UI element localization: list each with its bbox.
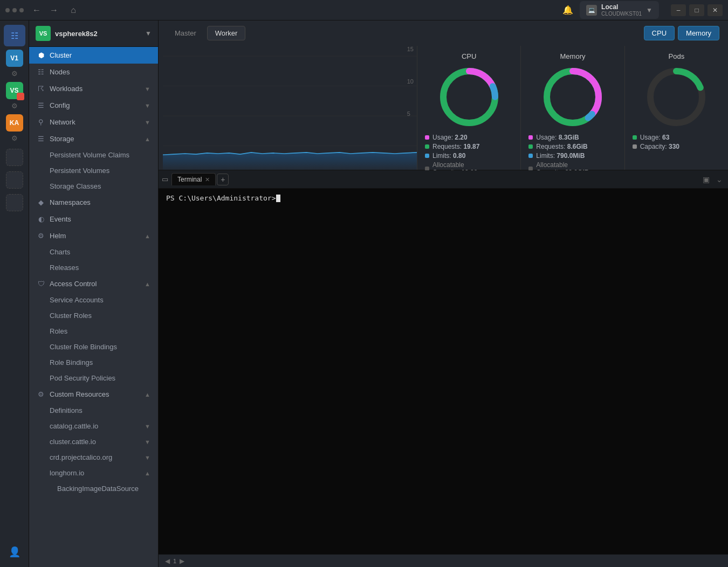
terminal-tab-icon: ▭ bbox=[162, 175, 168, 183]
helm-expand-icon: ▲ bbox=[145, 233, 150, 239]
cpu-usage-dot bbox=[425, 135, 429, 140]
window-controls: – □ ✕ bbox=[671, 4, 723, 16]
sidebar-item-workloads[interactable]: ☈ Workloads ▼ bbox=[29, 80, 158, 97]
terminal-add-button[interactable]: + bbox=[217, 174, 229, 185]
cpu-usage-stat: Usage: 2.20 bbox=[425, 134, 513, 141]
home-button[interactable]: ⌂ bbox=[67, 4, 80, 17]
sidebar-item-config[interactable]: ☰ Config ▼ bbox=[29, 97, 158, 114]
context-sub: CLOUDWKST01 bbox=[601, 11, 642, 17]
sidebar-item-namespaces[interactable]: ◆ Namespaces bbox=[29, 194, 158, 211]
custom-expand-icon: ▲ bbox=[145, 391, 150, 398]
sidebar-subitem-pvc[interactable]: Persistent Volume Claims bbox=[29, 147, 158, 163]
maximize-button[interactable]: □ bbox=[689, 4, 704, 16]
rail-item-v1[interactable]: V1 bbox=[4, 47, 25, 69]
sidebar-item-nodes[interactable]: ☷ Nodes bbox=[29, 64, 158, 80]
tab-memory[interactable]: Memory bbox=[678, 26, 719, 40]
titlebar: ← → ⌂ 🔔 💻 Local CLOUDWKST01 ▼ – □ ✕ bbox=[0, 0, 728, 20]
terminal-section: ▭ Terminal ✕ + ▣ ⌄ PS C:\Users\Administr… bbox=[159, 170, 728, 554]
namespaces-icon: ◆ bbox=[37, 198, 45, 206]
terminal-expand-icon[interactable]: ▣ bbox=[700, 174, 712, 185]
status-bar: ◀ 1 ▶ bbox=[159, 554, 728, 567]
sidebar: VS vspherek8s2 ▼ ⬢ Cluster ☷ Nodes ☈ Wor… bbox=[29, 20, 159, 567]
sidebar-subitem-pod-security[interactable]: Pod Security Policies bbox=[29, 370, 158, 386]
pods-gauge-card: Pods Usage: 63 bbox=[625, 46, 728, 170]
sidebar-subitem-definitions[interactable]: Definitions bbox=[29, 403, 158, 418]
cpu-limits-stat: Limits: 0.80 bbox=[425, 152, 513, 160]
forward-button[interactable]: → bbox=[47, 4, 60, 17]
page-prev-icon[interactable]: ◀ bbox=[165, 557, 170, 565]
cluster-cattle-label: cluster.cattle.io bbox=[50, 438, 96, 446]
context-switcher[interactable]: 💻 Local CLOUDWKST01 ▼ bbox=[580, 1, 659, 19]
sidebar-subitem-service-accounts[interactable]: Service Accounts bbox=[29, 292, 158, 308]
terminal-collapse-icon[interactable]: ⌄ bbox=[714, 174, 725, 185]
sidebar-item-network[interactable]: ⚲ Network ▼ bbox=[29, 114, 158, 130]
terminal-close-icon[interactable]: ✕ bbox=[205, 176, 210, 183]
rail-item-empty2[interactable] bbox=[4, 169, 25, 191]
page-next-icon[interactable]: ▶ bbox=[180, 557, 184, 565]
user-icon: 👤 bbox=[9, 546, 20, 558]
terminal-tabbar: ▭ Terminal ✕ + ▣ ⌄ bbox=[159, 170, 728, 189]
pods-capacity-dot bbox=[633, 144, 637, 149]
cluster-name: vspherek8s2 bbox=[55, 30, 98, 38]
tab-cpu[interactable]: CPU bbox=[644, 26, 675, 40]
tab-worker[interactable]: Worker bbox=[207, 26, 246, 40]
sidebar-subitem-crd-calico[interactable]: crd.projectcalico.org ▼ bbox=[29, 450, 158, 465]
cpu-limits-label: Limits: 0.80 bbox=[432, 152, 465, 160]
sidebar-item-helm[interactable]: ⚙ Helm ▲ bbox=[29, 227, 158, 244]
main-layout: ☷ V1 ⚙ VS ⚙ KA ⚙ bbox=[0, 20, 728, 567]
pv-label: Persistent Volumes bbox=[50, 167, 109, 175]
longhorn-label: longhorn.io bbox=[50, 469, 84, 477]
context-chevron-icon: ▼ bbox=[646, 6, 653, 14]
sidebar-subitem-releases[interactable]: Releases bbox=[29, 260, 158, 275]
notifications-icon[interactable]: 🔔 bbox=[562, 5, 573, 15]
sidebar-item-label-helm: Helm bbox=[50, 232, 66, 240]
memory-gauge-svg-wrap bbox=[540, 65, 605, 129]
sidebar-item-custom-resources[interactable]: ⚙ Custom Resources ▲ bbox=[29, 386, 158, 403]
rail-item-empty1[interactable] bbox=[4, 147, 25, 168]
rail-item-user[interactable]: 👤 bbox=[4, 541, 25, 563]
rail-item-empty3[interactable] bbox=[4, 192, 25, 213]
rail-item-home[interactable]: ☷ bbox=[4, 25, 25, 46]
sidebar-item-events[interactable]: ◐ Events bbox=[29, 211, 158, 227]
minimize-button[interactable]: – bbox=[671, 4, 686, 16]
sidebar-subitem-storage-classes[interactable]: Storage Classes bbox=[29, 178, 158, 194]
pods-usage-stat: Usage: 63 bbox=[633, 134, 720, 141]
cluster-expand-icon: ▼ bbox=[145, 30, 152, 37]
back-button[interactable]: ← bbox=[30, 4, 43, 17]
sidebar-subitem-pv[interactable]: Persistent Volumes bbox=[29, 163, 158, 178]
cpu-usage-value: 2.20 bbox=[455, 134, 467, 141]
sidebar-subitem-role-bindings[interactable]: Role Bindings bbox=[29, 355, 158, 370]
nodes-icon: ☷ bbox=[37, 68, 45, 76]
network-icon: ⚲ bbox=[37, 118, 45, 126]
sidebar-subitem-charts[interactable]: Charts bbox=[29, 244, 158, 260]
context-icon: 💻 bbox=[586, 5, 597, 16]
sidebar-item-access-control[interactable]: 🛡 Access Control ▲ bbox=[29, 275, 158, 292]
storage-expand-icon: ▲ bbox=[145, 136, 150, 142]
sidebar-item-cluster[interactable]: ⬢ Cluster bbox=[29, 47, 158, 64]
close-button[interactable]: ✕ bbox=[708, 4, 723, 16]
cluster-role-bindings-label: Cluster Role Bindings bbox=[50, 343, 117, 351]
helm-icon: ⚙ bbox=[37, 232, 45, 240]
terminal-tab[interactable]: Terminal ✕ bbox=[171, 173, 216, 185]
rail-item-ka[interactable]: KA bbox=[4, 112, 25, 134]
sidebar-subitem-cluster-cattle[interactable]: cluster.cattle.io ▼ bbox=[29, 434, 158, 450]
memory-usage-label: Usage: 8.3GiB bbox=[536, 134, 579, 141]
storage-icon: ☰ bbox=[37, 135, 45, 143]
sidebar-subitem-cluster-role-bindings[interactable]: Cluster Role Bindings bbox=[29, 339, 158, 355]
sidebar-subitem-cluster-roles[interactable]: Cluster Roles bbox=[29, 308, 158, 323]
sidebar-subitem-catalog-cattle[interactable]: catalog.cattle.io ▼ bbox=[29, 418, 158, 434]
sidebar-subitem-roles[interactable]: Roles bbox=[29, 323, 158, 339]
sidebar-subitem-backing-image[interactable]: BackingImageDataSource bbox=[29, 481, 158, 496]
terminal-body[interactable]: PS C:\Users\Administrator> bbox=[159, 189, 728, 554]
cpu-requests-dot bbox=[425, 144, 429, 149]
memory-requests-label: Requests: 8.6GiB bbox=[536, 143, 587, 150]
sidebar-subitem-longhorn[interactable]: longhorn.io ▲ bbox=[29, 465, 158, 481]
gear-icon-vs[interactable]: ⚙ bbox=[10, 101, 19, 110]
sidebar-item-storage[interactable]: ☰ Storage ▲ bbox=[29, 130, 158, 147]
tab-master[interactable]: Master bbox=[167, 26, 204, 40]
longhorn-expand-icon: ▲ bbox=[145, 470, 150, 476]
gear-icon-ka[interactable]: ⚙ bbox=[10, 134, 19, 142]
gear-icon-v1[interactable]: ⚙ bbox=[10, 69, 19, 78]
cluster-switcher[interactable]: VS vspherek8s2 ▼ bbox=[29, 20, 158, 47]
rail-item-vs[interactable]: VS bbox=[4, 80, 25, 101]
